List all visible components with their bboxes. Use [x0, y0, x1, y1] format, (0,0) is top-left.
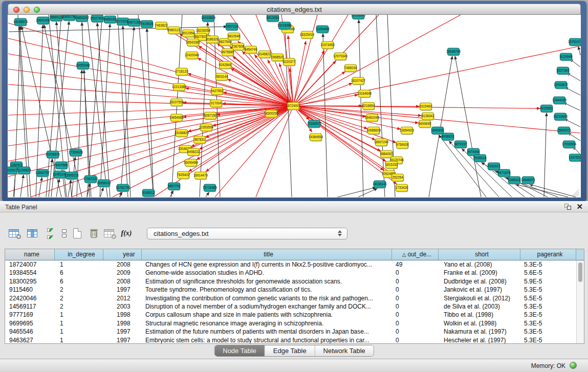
table-cell[interactable]: 9777169 — [5, 311, 55, 319]
graph-node[interactable]: 1065411 — [508, 177, 521, 185]
graph-node[interactable]: 18300295 — [264, 110, 279, 118]
graph-node[interactable]: 8186328 — [206, 36, 219, 44]
graph-node[interactable]: 13505115 — [64, 172, 79, 180]
table-cell[interactable]: 14569117 — [5, 302, 55, 311]
graph-node[interactable]: 9810546 — [228, 33, 241, 41]
table-cell[interactable]: 5.6E-5 — [520, 269, 576, 277]
graph-node[interactable]: 15692971 — [557, 127, 572, 135]
memory-status-icon[interactable] — [570, 362, 577, 369]
graph-node[interactable]: 252254 — [392, 174, 404, 182]
graph-node[interactable]: 15716485 — [203, 184, 217, 192]
table-row[interactable]: 1830029562008Estimation of significance … — [5, 277, 584, 286]
table-cell[interactable]: Estimation of significance thresholds fo… — [142, 277, 392, 286]
table-cell[interactable]: Hescheler et al. (1997) — [439, 336, 520, 344]
graph-node[interactable]: 19218986 — [277, 22, 292, 30]
graph-node[interactable]: 917004 — [210, 100, 223, 108]
table-cell[interactable]: 5.3E-5 — [520, 336, 576, 344]
graph-node[interactable]: 14671358 — [127, 19, 142, 27]
graph-node[interactable]: 14136141 — [373, 181, 387, 189]
graph-node[interactable]: 9756928 — [396, 141, 409, 149]
graph-node[interactable]: 8216654 — [362, 102, 375, 111]
table-cell[interactable]: 0 — [392, 286, 439, 294]
column-header-name[interactable]: name — [5, 249, 55, 260]
function-builder-icon[interactable]: f(x) — [120, 227, 133, 240]
table-cell[interactable]: Jankovic et al. (1997) — [439, 286, 520, 294]
graph-node[interactable]: 7515526 — [141, 20, 154, 29]
table-cell[interactable]: Tourette syndrome. Phenomenology and cla… — [142, 286, 392, 294]
graph-node[interactable]: 8813054 — [267, 15, 279, 23]
graph-node[interactable]: 16543382 — [186, 39, 201, 47]
graph-node[interactable]: 3915927 — [8, 167, 18, 175]
graph-node[interactable]: 13164648 — [357, 90, 372, 98]
graph-node[interactable]: 8128342 — [422, 113, 434, 121]
table-cell[interactable]: 2003 — [103, 302, 142, 311]
table-cell[interactable]: 1 — [55, 260, 103, 269]
table-cell[interactable]: 1 — [55, 327, 103, 336]
graph-node[interactable]: 20691406 — [36, 17, 51, 25]
table-cell[interactable]: 1 — [55, 319, 103, 327]
table-cell[interactable]: 2 — [55, 286, 103, 294]
graph-node[interactable]: 13654923 — [400, 127, 415, 135]
table-cell[interactable]: 22420046 — [5, 294, 55, 302]
table-cell[interactable]: Investigating the contribution of common… — [142, 294, 392, 302]
table-scrollbar[interactable] — [576, 260, 584, 343]
graph-node[interactable]: 18107554 — [169, 99, 184, 107]
table-cell[interactable]: 0 — [392, 302, 439, 311]
graph-node[interactable]: 17016504 — [562, 141, 577, 149]
table-cell[interactable]: 1998 — [103, 319, 142, 327]
graph-node[interactable]: 9227343 — [557, 67, 570, 75]
graph-node[interactable]: 8938923 — [442, 133, 454, 141]
graph-node[interactable]: 17359928 — [69, 149, 83, 157]
graph-node[interactable]: 2718120 — [176, 68, 188, 76]
table-row[interactable]: 969969511998Structural magnetic resonanc… — [5, 319, 584, 327]
graph-node[interactable]: 14035574 — [13, 18, 28, 27]
create-table-icon[interactable] — [71, 227, 84, 240]
graph-node[interactable]: 18907249 — [374, 139, 389, 147]
graph-node[interactable]: 9146821 — [258, 51, 271, 59]
table-cell[interactable]: 0 — [392, 311, 439, 319]
table-cell[interactable]: 1997 — [103, 327, 142, 336]
graph-node[interactable]: 15723305 — [351, 15, 366, 20]
table-cell[interactable]: 9115460 — [5, 286, 55, 294]
graph-node[interactable]: 12353594 — [199, 124, 214, 132]
close-panel-icon[interactable]: ✕ — [576, 202, 583, 211]
table-cell[interactable]: 1998 — [103, 311, 142, 319]
table-cell[interactable]: 0 — [392, 336, 439, 344]
graph-node[interactable]: 9498222 — [187, 148, 200, 157]
graph-node[interactable]: 2935114 — [474, 155, 487, 163]
graph-node[interactable]: 9675685 — [222, 49, 234, 57]
graph-node[interactable]: 12093872 — [554, 81, 569, 90]
delete-entries-icon[interactable] — [87, 227, 100, 240]
graph-node[interactable]: 15184575 — [307, 120, 322, 128]
graph-node[interactable]: 7463822 — [155, 22, 168, 30]
graph-node[interactable]: 1568520 — [271, 54, 284, 62]
graph-node[interactable]: 17957223 — [83, 176, 98, 184]
table-cell[interactable]: 9699695 — [5, 319, 55, 327]
column-selection-icon[interactable]: ✔✔ — [43, 227, 57, 240]
graph-node[interactable]: 1167533 — [569, 154, 581, 162]
table-cell[interactable]: 2012 — [103, 294, 142, 302]
table-cell[interactable]: 1997 — [103, 336, 142, 344]
table-cell[interactable]: 5.3E-5 — [520, 311, 576, 319]
table-row[interactable]: 911546021997Tourette syndrome. Phenomeno… — [5, 286, 584, 294]
table-cell[interactable]: Stergiakouli et al. (2012) — [439, 294, 520, 302]
graph-node[interactable]: 16461045 — [365, 114, 380, 122]
graph-node[interactable]: 20206576 — [46, 151, 60, 159]
table-cell[interactable]: Tibbo et al. (1998) — [439, 311, 520, 319]
graph-node[interactable]: 10688609 — [366, 127, 381, 135]
graph-node[interactable]: 2803144 — [215, 73, 228, 81]
graph-node[interactable]: 7625402 — [177, 171, 190, 180]
graph-node[interactable]: 19654985 — [169, 114, 184, 122]
table-row[interactable]: 1938455462009Genome-wide association stu… — [5, 269, 584, 277]
table-cell[interactable]: 5.3E-5 — [520, 319, 576, 327]
graph-node[interactable]: 16782753 — [116, 184, 130, 192]
graph-node[interactable]: 7632621 — [488, 163, 500, 171]
table-cell[interactable]: Corpus callosum shape and size in male p… — [142, 311, 392, 319]
graph-node[interactable]: 16210643 — [553, 113, 568, 121]
graph-node[interactable]: 16107427 — [351, 77, 366, 85]
table-cell[interactable]: 2008 — [103, 260, 142, 269]
table-cell[interactable]: 0 — [392, 294, 439, 302]
table-cell[interactable]: Dudbridge et al. (2008) — [439, 277, 520, 286]
graph-node[interactable]: 9699695 — [419, 120, 431, 128]
graph-node[interactable]: 9427552 — [211, 87, 224, 96]
